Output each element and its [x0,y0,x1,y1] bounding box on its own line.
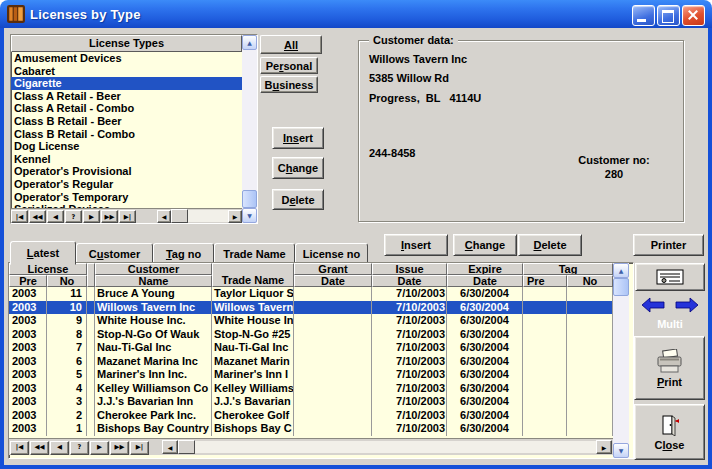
previous-record-button[interactable] [641,297,665,313]
grid-cell-grant[interactable] [294,368,372,382]
grid-cell-trade[interactable]: Willows Tavern [212,301,294,315]
grid-row[interactable]: 20036Mazanet Marina IncMazanet Marin7/10… [9,355,613,369]
scroll-right-button[interactable]: ▶ [596,440,612,454]
grid-cell-no[interactable]: 11 [47,287,87,301]
grid-cell-issue[interactable]: 7/10/2003 [372,395,447,409]
vscroll-thumb[interactable] [613,278,629,296]
vcr-last-button[interactable]: ▶| [119,210,136,223]
vcr-next-button[interactable]: ▶ [83,210,100,223]
maximize-button[interactable] [657,5,680,26]
license-insert-button[interactable]: Insert [384,234,448,256]
close-button[interactable]: Close [634,404,705,460]
print-button[interactable]: Print [634,336,705,400]
grid-cell-issue[interactable]: 7/10/2003 [372,382,447,396]
grid-row[interactable]: 20037Nau-Ti-Gal IncNau-Ti-Gal Inc7/10/20… [9,341,613,355]
grid-cell-gap[interactable] [87,422,95,436]
grid-cell-expire[interactable]: 6/30/2004 [447,301,523,315]
filter-tab-all[interactable]: All [260,35,322,54]
grid-cell-name[interactable]: Mazanet Marina Inc [95,355,212,369]
grid-cell-issue[interactable]: 7/10/2003 [372,341,447,355]
grid-cell-tag_pre[interactable] [523,287,567,301]
grid-cell-no[interactable]: 1 [47,422,87,436]
grid-cell-tag_pre[interactable] [523,314,567,328]
grid-cell-pre[interactable]: 2003 [9,301,47,315]
tab-customer[interactable]: Customer [76,243,153,264]
type-change-button[interactable]: Change [272,157,324,179]
grid-cell-tag_pre[interactable] [523,409,567,423]
grid-cell-pre[interactable]: 2003 [9,395,47,409]
scroll-down-button[interactable]: ▼ [242,208,257,223]
grid-cell-no[interactable]: 10 [47,301,87,315]
grid-row[interactable]: 20031Bishops Bay CountryBishops Bay C7/1… [9,422,613,436]
scroll-down-button[interactable]: ▼ [613,443,629,458]
grid-cell-name[interactable]: Mariner's Inn Inc. [95,368,212,382]
grid-cell-grant[interactable] [294,409,372,423]
grid-row[interactable]: 20038Stop-N-Go Of WaukStop-N-Go #257/10/… [9,328,613,342]
vcr-prev-button[interactable]: ◀ [50,441,69,455]
grid-cell-grant[interactable] [294,328,372,342]
grid-cell-trade[interactable]: Mariner's Inn I [212,368,294,382]
grid-cell-grant[interactable] [294,395,372,409]
grid-cell-tag_no[interactable] [567,368,613,382]
grid-cell-trade[interactable]: Mazanet Marin [212,355,294,369]
grid-cell-no[interactable]: 2 [47,409,87,423]
grid-cell-grant[interactable] [294,341,372,355]
grid-cell-pre[interactable]: 2003 [9,382,47,396]
license-change-button[interactable]: Change [453,234,517,256]
grid-cell-tag_pre[interactable] [523,341,567,355]
grid-cell-pre[interactable]: 2003 [9,314,47,328]
grid-cell-expire[interactable]: 6/30/2004 [447,422,523,436]
grid-cell-gap[interactable] [87,355,95,369]
grid-cell-trade[interactable]: Kelley Williams [212,382,294,396]
scroll-left-button[interactable]: ◀ [157,210,171,223]
grid-cell-pre[interactable]: 2003 [9,328,47,342]
grid-cell-tag_pre[interactable] [523,382,567,396]
grid-cell-pre[interactable]: 2003 [9,422,47,436]
grid-cell-no[interactable]: 3 [47,395,87,409]
grid-cell-issue[interactable]: 7/10/2003 [372,422,447,436]
grid-cell-pre[interactable]: 2003 [9,287,47,301]
grid-cell-tag_no[interactable] [567,341,613,355]
grid-row[interactable]: 200310Willows Tavern IncWillows Tavern7/… [9,301,613,315]
tab-license-no[interactable]: License no [295,243,368,264]
grid-cell-expire[interactable]: 6/30/2004 [447,341,523,355]
grid-row[interactable]: 20039White House Inc.White House In7/10/… [9,314,613,328]
grid-cell-expire[interactable]: 6/30/2004 [447,355,523,369]
vcr-prev-button[interactable]: ◀ [47,210,64,223]
type-delete-button[interactable]: Delete [272,189,324,210]
grid-cell-gap[interactable] [87,409,95,423]
vcr-last-button[interactable]: ▶| [130,441,149,455]
grid-row[interactable]: 200311Bruce A YoungTaylor Liquor S7/10/2… [9,287,613,301]
vscroll-track[interactable] [242,50,257,208]
grid-cell-trade[interactable]: Taylor Liquor S [212,287,294,301]
grid-cell-trade[interactable]: Stop-N-Go #25 [212,328,294,342]
license-type-item[interactable]: Cigarette [11,77,242,90]
vscroll-track[interactable] [613,278,629,443]
grid-cell-tag_no[interactable] [567,314,613,328]
vcr-prev-page-button[interactable]: ◀◀ [29,210,46,223]
close-window-button[interactable] [682,5,705,26]
grid-cell-tag_pre[interactable] [523,355,567,369]
grid-cell-pre[interactable]: 2003 [9,368,47,382]
grid-cell-trade[interactable]: J.J.'s Bavarian [212,395,294,409]
grid-cell-no[interactable]: 7 [47,341,87,355]
vcr-first-button[interactable]: |◀ [10,441,29,455]
grid-cell-name[interactable]: Kelley Williamson Co [95,382,212,396]
vcr-first-button[interactable]: |◀ [11,210,28,223]
grid-cell-name[interactable]: Stop-N-Go Of Wauk [95,328,212,342]
grid-cell-expire[interactable]: 6/30/2004 [447,395,523,409]
grid-cell-trade[interactable]: White House In [212,314,294,328]
grid-row[interactable]: 20032Cherokee Park Inc.Cherokee Golf7/10… [9,409,613,423]
grid-cell-tag_no[interactable] [567,395,613,409]
grid-cell-expire[interactable]: 6/30/2004 [447,287,523,301]
grid-cell-name[interactable]: J.J.'s Bavarian Inn [95,395,212,409]
grid-cell-pre[interactable]: 2003 [9,341,47,355]
grid-cell-tag_no[interactable] [567,422,613,436]
grid-row[interactable]: 20035Mariner's Inn Inc.Mariner's Inn I7/… [9,368,613,382]
printer-button[interactable]: Printer [633,234,704,256]
grid-cell-trade[interactable]: Bishops Bay C [212,422,294,436]
grid-cell-gap[interactable] [87,287,95,301]
vcr-next-page-button[interactable]: ▶▶ [101,210,118,223]
grid-cell-name[interactable]: White House Inc. [95,314,212,328]
grid-cell-issue[interactable]: 7/10/2003 [372,409,447,423]
